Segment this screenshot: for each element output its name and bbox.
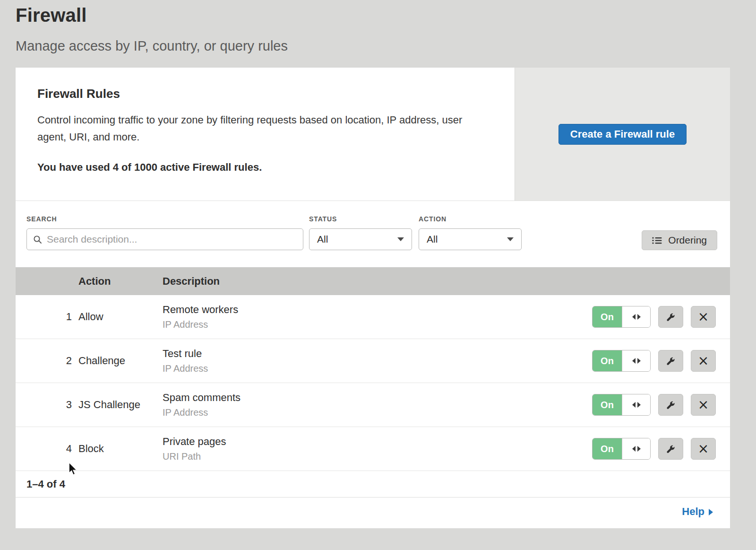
close-icon: × xyxy=(698,354,709,367)
status-select[interactable]: All xyxy=(309,228,412,250)
create-rule-panel: Create a Firewall rule xyxy=(515,68,730,201)
ordering-button-label: Ordering xyxy=(668,235,707,246)
column-header-action: Action xyxy=(78,275,163,288)
arrow-right-icon xyxy=(709,509,713,515)
rule-match-type: IP Address xyxy=(163,407,592,418)
arrow-left-icon xyxy=(632,446,636,452)
card-footer: Help xyxy=(16,498,730,526)
rule-controls: On × xyxy=(592,306,716,328)
close-icon: × xyxy=(698,442,709,455)
arrow-left-icon xyxy=(632,358,636,364)
close-icon: × xyxy=(698,398,709,411)
arrow-left-icon xyxy=(632,402,636,408)
toggle-knob xyxy=(622,438,650,459)
page-header: Firewall Manage access by IP, country, o… xyxy=(0,0,756,54)
rule-description-cell: Remote workers IP Address xyxy=(163,304,592,330)
toggle-knob xyxy=(622,394,650,415)
action-select[interactable]: All xyxy=(419,228,522,250)
toggle-state-label: On xyxy=(593,438,622,459)
status-selected-value: All xyxy=(317,234,328,245)
column-header-description: Description xyxy=(163,275,588,288)
status-filter-group: STATUS All xyxy=(309,215,419,250)
rule-description: Test rule xyxy=(163,348,592,360)
delete-rule-button[interactable]: × xyxy=(691,306,716,328)
wrench-icon xyxy=(666,313,675,322)
table-row: 3 JS Challenge Spam comments IP Address … xyxy=(16,383,730,427)
rule-enabled-toggle[interactable]: On xyxy=(592,350,651,372)
rules-usage-text: You have used 4 of 1000 active Firewall … xyxy=(37,161,496,174)
search-box[interactable] xyxy=(26,228,303,250)
filters-bar: SEARCH STATUS All ACTION All xyxy=(16,201,730,267)
rule-match-type: IP Address xyxy=(163,363,592,374)
wrench-icon xyxy=(666,401,675,410)
edit-rule-button[interactable] xyxy=(658,438,683,460)
help-link[interactable]: Help xyxy=(682,506,713,518)
pagination: 1–4 of 4 xyxy=(16,471,730,498)
toggle-knob xyxy=(622,350,650,371)
rule-description: Spam comments xyxy=(163,392,592,404)
rule-number: 4 xyxy=(16,443,78,455)
table-row: 1 Allow Remote workers IP Address On × xyxy=(16,295,730,339)
search-filter-group: SEARCH xyxy=(26,215,309,250)
rule-controls: On × xyxy=(592,438,716,460)
delete-rule-button[interactable]: × xyxy=(691,350,716,372)
firewall-rules-summary: Firewall Rules Control incoming traffic … xyxy=(16,68,730,201)
create-firewall-rule-button[interactable]: Create a Firewall rule xyxy=(558,124,687,145)
rule-description: Private pages xyxy=(163,436,592,448)
rule-action: Block xyxy=(78,443,163,455)
toggle-state-label: On xyxy=(593,394,622,415)
ordering-button[interactable]: Ordering xyxy=(642,230,717,250)
firewall-rules-card: Firewall Rules Control incoming traffic … xyxy=(16,68,730,528)
rule-description-cell: Spam comments IP Address xyxy=(163,392,592,418)
table-row: 4 Block Private pages URI Path On × xyxy=(16,427,730,471)
table-row: 2 Challenge Test rule IP Address On × xyxy=(16,339,730,383)
arrow-right-icon xyxy=(637,402,641,408)
edit-rule-button[interactable] xyxy=(658,394,683,416)
arrow-right-icon xyxy=(637,358,641,364)
wrench-icon xyxy=(666,357,675,366)
rule-number: 2 xyxy=(16,355,78,367)
rule-enabled-toggle[interactable]: On xyxy=(592,306,651,328)
action-filter-group: ACTION All xyxy=(419,215,528,250)
rule-controls: On × xyxy=(592,394,716,416)
pagination-text: 1–4 of 4 xyxy=(26,478,65,490)
page-title: Firewall xyxy=(16,5,756,26)
page-subtitle: Manage access by IP, country, or query r… xyxy=(16,38,756,54)
search-input[interactable] xyxy=(47,234,297,245)
rule-action: JS Challenge xyxy=(78,399,163,411)
toggle-knob xyxy=(622,306,650,327)
edit-rule-button[interactable] xyxy=(658,306,683,328)
card-description: Control incoming traffic to your zone by… xyxy=(37,112,486,145)
firewall-rules-summary-text: Firewall Rules Control incoming traffic … xyxy=(16,68,515,201)
action-label: ACTION xyxy=(419,215,528,223)
rule-description-cell: Test rule IP Address xyxy=(163,348,592,374)
wrench-icon xyxy=(666,445,675,454)
toggle-state-label: On xyxy=(593,306,622,327)
list-icon xyxy=(652,236,662,244)
chevron-down-icon xyxy=(397,237,404,241)
rule-enabled-toggle[interactable]: On xyxy=(592,438,651,460)
status-label: STATUS xyxy=(309,215,419,223)
rule-description: Remote workers xyxy=(163,304,592,316)
arrow-right-icon xyxy=(637,314,641,320)
rule-match-type: IP Address xyxy=(163,319,592,330)
delete-rule-button[interactable]: × xyxy=(691,438,716,460)
search-icon xyxy=(33,235,42,244)
arrow-right-icon xyxy=(637,446,641,452)
rule-action: Allow xyxy=(78,311,163,323)
rule-enabled-toggle[interactable]: On xyxy=(592,394,651,416)
toggle-state-label: On xyxy=(593,350,622,371)
arrow-left-icon xyxy=(632,314,636,320)
rule-number: 3 xyxy=(16,399,78,411)
rule-match-type: URI Path xyxy=(163,451,592,462)
rule-action: Challenge xyxy=(78,355,163,367)
search-label: SEARCH xyxy=(26,215,309,223)
chevron-down-icon xyxy=(507,237,514,241)
rule-controls: On × xyxy=(592,350,716,372)
card-heading: Firewall Rules xyxy=(37,87,496,101)
edit-rule-button[interactable] xyxy=(658,350,683,372)
close-icon: × xyxy=(698,310,709,323)
table-header: Action Description xyxy=(16,267,730,295)
rule-number: 1 xyxy=(16,311,78,323)
delete-rule-button[interactable]: × xyxy=(691,394,716,416)
